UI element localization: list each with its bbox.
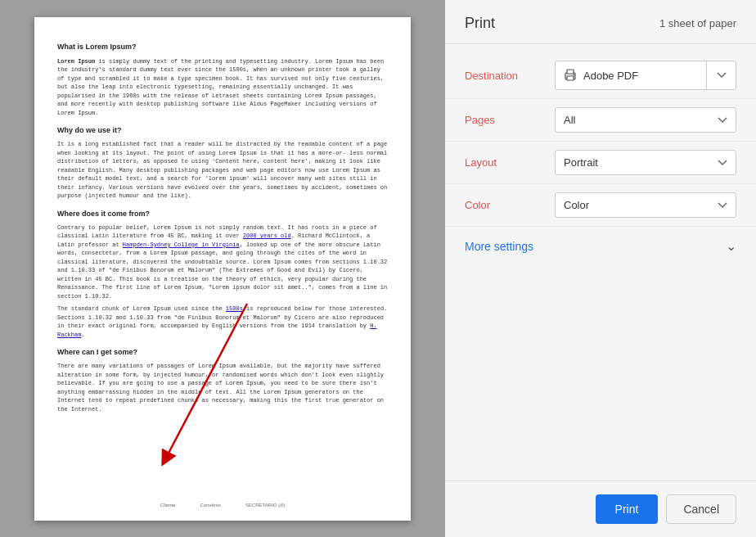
footer-item-2: Convênio <box>200 502 221 509</box>
settings-header: Print 1 sheet of paper <box>445 0 756 44</box>
preview-panel: What is Lorem Ipsum? Lorem Ipsum is simp… <box>0 0 445 537</box>
layout-control[interactable]: Portrait <box>555 150 736 175</box>
printer-icon <box>564 69 577 82</box>
doc-heading-2: Why do we use it? <box>57 125 388 136</box>
doc-heading-4: Where can I get some? <box>57 347 388 358</box>
settings-title: Print <box>465 15 495 32</box>
doc-para-3: Contrary to popular belief, Lorem Ipsum … <box>57 223 388 301</box>
settings-body: Destination Adobe PDF <box>445 44 756 481</box>
doc-heading-1: What is Lorem Ipsum? <box>57 42 388 52</box>
pages-row: Pages All <box>445 99 756 142</box>
color-control[interactable]: Color <box>555 192 736 218</box>
footer-item-3: SECRETARIO (A) <box>245 502 285 509</box>
color-label: Color <box>465 199 555 211</box>
pages-select[interactable]: All <box>555 107 736 133</box>
layout-label: Layout <box>465 156 555 169</box>
doc-para-5: There are many variations of passages of… <box>57 362 388 413</box>
svg-rect-3 <box>567 76 574 80</box>
destination-dropdown-arrow[interactable] <box>706 61 736 89</box>
print-button[interactable]: Print <box>596 494 659 524</box>
settings-panel: Print 1 sheet of paper Destination <box>445 0 756 537</box>
doc-para-1: Lorem Ipsum is simply dummy text of the … <box>57 57 388 118</box>
document-wrapper: What is Lorem Ipsum? Lorem Ipsum is simp… <box>34 17 411 521</box>
pages-control[interactable]: All <box>555 107 736 133</box>
destination-label: Destination <box>465 70 555 82</box>
layout-row: Layout Portrait <box>445 142 756 184</box>
svg-point-4 <box>574 74 575 76</box>
svg-rect-2 <box>567 70 574 74</box>
sheets-info: 1 sheet of paper <box>659 17 736 29</box>
more-settings-row[interactable]: More settings ⌄ <box>445 227 756 265</box>
document-page: What is Lorem Ipsum? Lorem Ipsum is simp… <box>34 17 411 521</box>
more-settings-chevron-icon: ⌄ <box>726 238 736 254</box>
more-settings-label: More settings <box>465 240 533 253</box>
footer-item-1: Cliente <box>160 502 176 509</box>
destination-value: Adobe PDF <box>583 70 698 82</box>
destination-control[interactable]: Adobe PDF <box>555 61 736 90</box>
pages-label: Pages <box>465 114 555 126</box>
color-select[interactable]: Color <box>555 192 736 218</box>
layout-select[interactable]: Portrait <box>555 150 736 175</box>
cancel-button[interactable]: Cancel <box>666 494 736 524</box>
doc-heading-3: Where does it come from? <box>57 209 388 219</box>
destination-row: Destination Adobe PDF <box>445 52 756 99</box>
doc-para-4: The standard chunk of Lorem Ipsum used s… <box>57 305 388 339</box>
color-row: Color Color <box>445 184 756 227</box>
document-footer: Cliente Convênio SECRETARIO (A) <box>34 502 411 509</box>
settings-footer: Print Cancel <box>445 481 756 537</box>
doc-para-2: It is a long established fact that a rea… <box>57 140 388 201</box>
